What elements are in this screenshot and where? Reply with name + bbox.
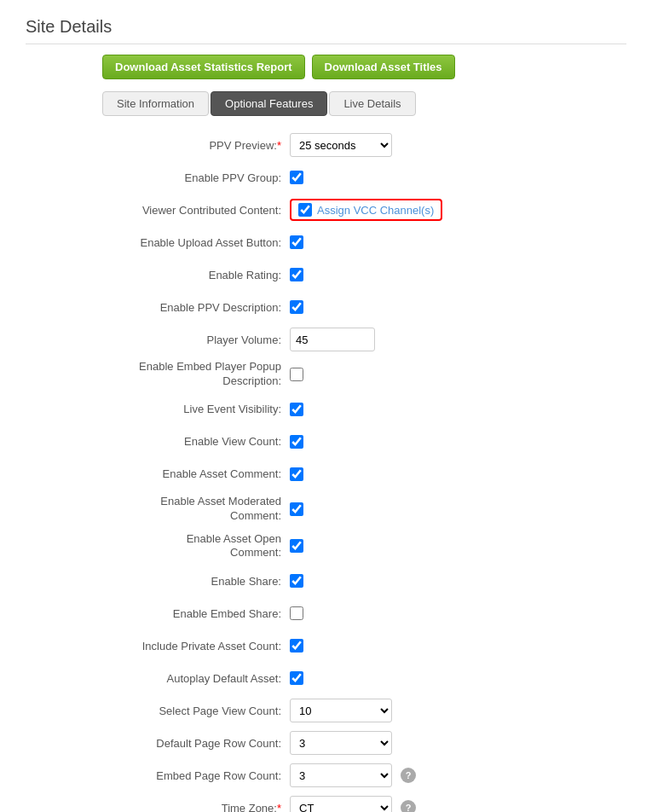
page-view-count-label: Select Page View Count: (51, 705, 290, 717)
enable-share-row: Enable Share: (51, 569, 626, 593)
autoplay-control (290, 671, 303, 685)
enable-asset-comment-control (290, 467, 303, 481)
enable-rating-checkbox[interactable] (290, 268, 303, 281)
tabs-container: Site Information Optional Features Live … (102, 91, 626, 116)
timezone-help-icon[interactable]: ? (401, 800, 416, 812)
page-view-count-control: 10 20 30 50 (290, 699, 392, 722)
enable-ppv-desc-checkbox[interactable] (290, 300, 303, 314)
embed-popup-checkbox[interactable] (290, 368, 303, 381)
tab-optional-features[interactable]: Optional Features (211, 91, 327, 116)
download-titles-button[interactable]: Download Asset Titles (312, 55, 455, 79)
viewer-contributed-row: Viewer Contributed Content: Assign VCC C… (51, 198, 626, 222)
enable-view-count-label: Enable View Count: (51, 435, 290, 448)
live-event-control (290, 403, 303, 416)
embed-popup-row: Enable Embed Player PopupDescription: (51, 360, 626, 389)
ppv-preview-row: PPV Preview:* 25 seconds 30 seconds 60 s… (51, 133, 626, 157)
live-event-row: Live Event Visibility: (51, 397, 626, 421)
player-volume-input[interactable] (290, 328, 375, 351)
live-event-checkbox[interactable] (290, 403, 303, 416)
enable-share-checkbox[interactable] (290, 574, 303, 588)
autoplay-checkbox[interactable] (290, 671, 303, 685)
enable-asset-comment-row: Enable Asset Comment: (51, 462, 626, 486)
embed-row-count-select[interactable]: 3 5 10 (290, 763, 392, 787)
enable-open-comment-control (290, 539, 303, 553)
page-view-count-select[interactable]: 10 20 30 50 (290, 699, 392, 722)
default-row-count-control: 3 5 10 (290, 731, 392, 755)
enable-ppv-desc-control (290, 300, 303, 314)
viewer-contributed-checkbox[interactable] (298, 203, 312, 217)
include-private-checkbox[interactable] (290, 639, 303, 652)
ppv-preview-select[interactable]: 25 seconds 30 seconds 60 seconds (290, 133, 392, 157)
embed-popup-control (290, 368, 303, 381)
enable-ppv-group-checkbox[interactable] (290, 171, 303, 184)
enable-embed-share-control (290, 606, 303, 620)
enable-ppv-group-control (290, 171, 303, 184)
top-buttons-container: Download Asset Statistics Report Downloa… (102, 55, 626, 79)
tab-live-details[interactable]: Live Details (329, 91, 415, 116)
enable-rating-label: Enable Rating: (51, 269, 290, 281)
include-private-control (290, 639, 303, 652)
embed-popup-label: Enable Embed Player PopupDescription: (51, 360, 290, 389)
page-title: Site Details (26, 17, 626, 44)
enable-open-comment-checkbox[interactable] (290, 539, 303, 553)
enable-ppv-desc-row: Enable PPV Description: (51, 295, 626, 319)
timezone-control: CT ET MT PT ? (290, 796, 416, 812)
enable-ppv-group-label: Enable PPV Group: (51, 171, 290, 184)
enable-view-count-control (290, 435, 303, 449)
enable-open-comment-label: Enable Asset OpenComment: (51, 532, 290, 561)
enable-embed-share-checkbox[interactable] (290, 606, 303, 620)
default-row-count-select[interactable]: 3 5 10 (290, 731, 392, 755)
vcc-highlight-box: Assign VCC Channel(s) (290, 199, 442, 221)
embed-row-count-control: 3 5 10 ? (290, 763, 416, 787)
player-volume-row: Player Volume: (51, 328, 626, 351)
enable-upload-control (290, 235, 303, 249)
enable-moderated-row: Enable Asset ModeratedComment: (51, 495, 626, 524)
enable-share-label: Enable Share: (51, 575, 290, 588)
ppv-preview-label: PPV Preview:* (51, 139, 290, 152)
ppv-preview-control: 25 seconds 30 seconds 60 seconds (290, 133, 392, 157)
include-private-row: Include Private Asset Count: (51, 634, 626, 658)
enable-upload-row: Enable Upload Asset Button: (51, 230, 626, 254)
player-volume-control (290, 328, 375, 351)
include-private-label: Include Private Asset Count: (51, 640, 290, 652)
form-section: PPV Preview:* 25 seconds 30 seconds 60 s… (51, 133, 626, 812)
viewer-contributed-label: Viewer Contributed Content: (51, 204, 290, 217)
enable-open-comment-row: Enable Asset OpenComment: (51, 532, 626, 561)
viewer-contributed-control: Assign VCC Channel(s) (290, 199, 442, 221)
default-row-count-row: Default Page Row Count: 3 5 10 (51, 731, 626, 755)
enable-rating-control (290, 268, 303, 281)
enable-view-count-checkbox[interactable] (290, 435, 303, 449)
embed-row-help-icon[interactable]: ? (401, 768, 416, 783)
enable-upload-label: Enable Upload Asset Button: (51, 236, 290, 249)
timezone-select[interactable]: CT ET MT PT (290, 796, 392, 812)
assign-vcc-link[interactable]: Assign VCC Channel(s) (317, 204, 434, 217)
default-row-count-label: Default Page Row Count: (51, 737, 290, 750)
enable-moderated-checkbox[interactable] (290, 502, 303, 516)
enable-asset-comment-checkbox[interactable] (290, 467, 303, 481)
page-view-count-row: Select Page View Count: 10 20 30 50 (51, 699, 626, 722)
timezone-label: Time Zone:* (51, 802, 290, 812)
autoplay-label: Autoplay Default Asset: (51, 672, 290, 685)
embed-row-count-row: Embed Page Row Count: 3 5 10 ? (51, 763, 626, 787)
download-stats-button[interactable]: Download Asset Statistics Report (102, 55, 305, 79)
enable-ppv-group-row: Enable PPV Group: (51, 165, 626, 189)
enable-ppv-desc-label: Enable PPV Description: (51, 301, 290, 314)
enable-upload-checkbox[interactable] (290, 235, 303, 249)
enable-view-count-row: Enable View Count: (51, 430, 626, 454)
enable-rating-row: Enable Rating: (51, 263, 626, 287)
enable-embed-share-row: Enable Embed Share: (51, 601, 626, 625)
live-event-label: Live Event Visibility: (51, 403, 290, 415)
enable-share-control (290, 574, 303, 588)
embed-row-count-label: Embed Page Row Count: (51, 769, 290, 782)
player-volume-label: Player Volume: (51, 334, 290, 346)
enable-moderated-label: Enable Asset ModeratedComment: (51, 495, 290, 524)
tab-site-information[interactable]: Site Information (102, 91, 209, 116)
enable-moderated-control (290, 502, 303, 516)
autoplay-row: Autoplay Default Asset: (51, 666, 626, 690)
enable-embed-share-label: Enable Embed Share: (51, 607, 290, 620)
timezone-row: Time Zone:* CT ET MT PT ? (51, 796, 626, 812)
enable-asset-comment-label: Enable Asset Comment: (51, 467, 290, 480)
